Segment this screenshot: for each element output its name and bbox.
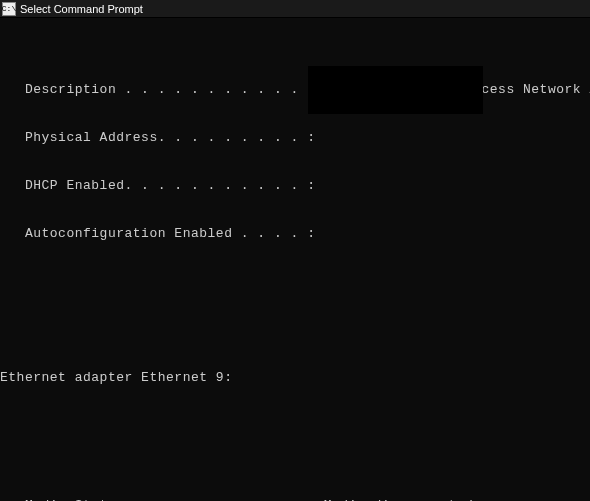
terminal-output[interactable]: Description . . . . . . . . . . . : Priv… [0,18,590,501]
desc-label: Description . . . . . . . . . . . : [0,82,315,98]
title-bar[interactable]: C:\ Select Command Prompt [0,0,590,18]
cmd-icon: C:\ [2,2,16,16]
redacted-block [308,66,483,114]
autoconf-label: Autoconfiguration Enabled . . . . : [0,226,315,242]
blank-line [0,418,590,434]
phys-label: Physical Address. . . . . . . . . : [0,130,315,146]
adapter-header: Ethernet adapter Ethernet 9: [0,370,590,386]
title-bar-text: Select Command Prompt [20,3,143,15]
section-partial: Description . . . . . . . . . . . : Priv… [0,50,590,290]
dhcp-label: DHCP Enabled. . . . . . . . . . . : [0,178,315,194]
blank-line [0,322,590,338]
adapter9-section: Media State . . . . . . . . . . . : Medi… [0,466,590,501]
